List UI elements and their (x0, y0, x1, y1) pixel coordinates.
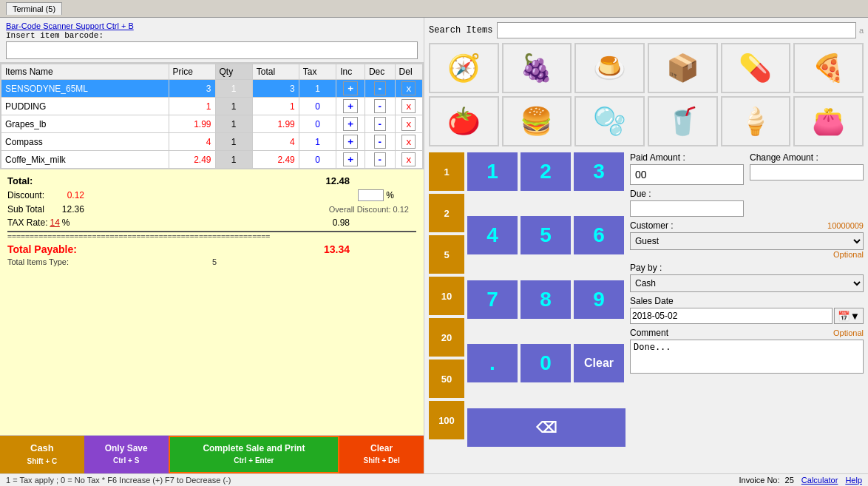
cell-total: 1.99 (252, 115, 299, 133)
due-input[interactable] (630, 200, 744, 217)
preset-btn-1[interactable]: 1 (429, 152, 464, 191)
cell-inc[interactable]: + (336, 133, 365, 151)
numpad-backspace-btn[interactable]: ⌫ (467, 408, 625, 447)
cell-del[interactable]: x (395, 133, 422, 151)
numpad-btn-4[interactable]: 4 (467, 216, 518, 254)
title-bar: Terminal (5) (0, 0, 868, 18)
preset-btn-100[interactable]: 100 (429, 401, 464, 439)
numpad-btn-1[interactable]: 1 (467, 152, 518, 191)
cell-qty: 1 (215, 115, 252, 133)
search-label: Search Items (429, 25, 492, 36)
due-group: Due : (630, 189, 744, 217)
cell-dec[interactable]: - (365, 133, 395, 151)
table-row[interactable]: SENSODYNE_65ML 3 1 3 1 + - x (1, 80, 423, 98)
item-btn-cola[interactable]: 🥤 (648, 96, 718, 146)
discount-input[interactable]: 0 (358, 189, 384, 201)
bubble-icon: 🫧 (593, 106, 626, 137)
help-link[interactable]: Help (845, 476, 862, 485)
item-btn-grapes[interactable]: 🍇 (502, 43, 572, 93)
preset-btn-2[interactable]: 2 (429, 194, 464, 232)
cell-dec[interactable]: - (365, 80, 395, 98)
numpad-clear-btn[interactable]: Clear (574, 344, 624, 382)
cell-inc[interactable]: + (336, 80, 365, 98)
items-type-label: Total Items Type: (7, 257, 69, 266)
pay-by-select[interactable]: Cash Card Credit (630, 274, 864, 292)
table-row[interactable]: Compass 4 1 4 1 + - x (1, 133, 423, 151)
cash-shift-button[interactable]: CashShift + C (0, 436, 84, 473)
subtotal-value: 12.36 (62, 204, 84, 215)
table-row[interactable]: Grapes_lb 1.99 1 1.99 0 + - x (1, 115, 423, 133)
numpad-btn-3[interactable]: 3 (574, 152, 624, 191)
right-panel: Search Items a 🧭🍇🍮📦💊🍕🍅🍔🫧🥤🍦👛 125102050100 (424, 18, 868, 473)
overall-discount-label: Overall Discount: (329, 205, 393, 214)
cell-total: 1 (252, 98, 299, 115)
cell-inc[interactable]: + (336, 98, 365, 115)
status-bar: 1 = Tax apply ; 0 = No Tax * F6 Increase… (0, 473, 868, 486)
cell-price: 3 (169, 80, 215, 98)
cell-name: Compass (1, 133, 169, 151)
search-section: Search Items a (429, 22, 864, 38)
item-btn-tomato[interactable]: 🍅 (429, 96, 499, 146)
numpad-btn-7[interactable]: 7 (467, 280, 518, 319)
paid-amount-input[interactable] (630, 164, 744, 185)
preset-btn-50[interactable]: 50 (429, 360, 464, 398)
item-btn-bubble[interactable]: 🫧 (574, 96, 645, 146)
col-header-qty: Qty (215, 64, 252, 80)
cell-del[interactable]: x (395, 80, 422, 98)
item-btn-pudding[interactable]: 🍮 (574, 43, 645, 93)
main-content: Bar-Code Scanner Support Ctrl + B Insert… (0, 18, 868, 473)
item-btn-pizza[interactable]: 🍕 (793, 43, 864, 93)
calculator-link[interactable]: Calculator (801, 476, 838, 485)
numpad-btn-5[interactable]: 5 (521, 216, 571, 254)
item-btn-icecream[interactable]: 🍦 (721, 96, 791, 146)
sales-date-input[interactable] (630, 308, 833, 324)
tax-rate-value[interactable]: 14 (50, 217, 59, 228)
item-btn-compass[interactable]: 🧭 (429, 43, 499, 93)
item-btn-medicine[interactable]: 💊 (721, 43, 791, 93)
numpad-btn-0[interactable]: 0 (521, 344, 571, 382)
change-amount-input[interactable] (750, 164, 864, 180)
item-btn-wallet[interactable]: 👛 (793, 96, 864, 146)
table-row[interactable]: Coffe_Mix_milk 2.49 1 2.49 0 + - x (1, 151, 423, 169)
search-input[interactable] (497, 22, 855, 38)
cell-qty: 1 (215, 151, 252, 169)
numpad-btn-.[interactable]: . (467, 344, 518, 382)
table-row[interactable]: PUDDING 1 1 1 0 + - x (1, 98, 423, 115)
cell-del[interactable]: x (395, 115, 422, 133)
customer-label: Customer : (630, 220, 674, 231)
preset-btn-5[interactable]: 5 (429, 235, 464, 274)
date-picker-button[interactable]: 📅▼ (834, 308, 864, 324)
clear-shift-button[interactable]: ClearShift + Del (339, 436, 424, 473)
cell-tax: 0 (299, 98, 336, 115)
item-btn-box[interactable]: 📦 (648, 43, 718, 93)
comment-textarea[interactable] (630, 340, 864, 374)
complete-sale-button[interactable]: Complete Sale and PrintCtrl + Enter (169, 436, 340, 473)
sales-date-label: Sales Date (630, 296, 864, 306)
title-tab[interactable]: Terminal (5) (6, 2, 62, 15)
cell-inc[interactable]: + (336, 115, 365, 133)
barcode-input[interactable] (6, 41, 418, 59)
numpad-btn-6[interactable]: 6 (574, 216, 624, 254)
cell-dec[interactable]: - (365, 98, 395, 115)
cell-inc[interactable]: + (336, 151, 365, 169)
cell-dec[interactable]: - (365, 151, 395, 169)
only-save-button[interactable]: Only SaveCtrl + S (84, 436, 169, 473)
cell-price: 4 (169, 133, 215, 151)
cell-del[interactable]: x (395, 151, 422, 169)
due-row: Due : (630, 189, 864, 217)
total-value: 12.48 (325, 175, 350, 186)
numpad-btn-8[interactable]: 8 (521, 280, 571, 319)
status-hint: 1 = Tax apply ; 0 = No Tax * F6 Increase… (6, 476, 231, 485)
cell-dec[interactable]: - (365, 115, 395, 133)
left-panel: Bar-Code Scanner Support Ctrl + B Insert… (0, 18, 424, 473)
numpad-btn-9[interactable]: 9 (574, 280, 624, 319)
numpad-btn-2[interactable]: 2 (521, 152, 571, 191)
discount-label: Discount: (7, 190, 44, 200)
preset-btn-20[interactable]: 20 (429, 318, 464, 357)
cell-del[interactable]: x (395, 98, 422, 115)
medicine-icon: 💊 (739, 53, 772, 84)
preset-btn-10[interactable]: 10 (429, 277, 464, 315)
customer-select[interactable]: Guest (630, 232, 864, 250)
barcode-link[interactable]: Bar-Code Scanner Support Ctrl + B (6, 21, 134, 30)
item-btn-burger[interactable]: 🍔 (502, 96, 572, 146)
